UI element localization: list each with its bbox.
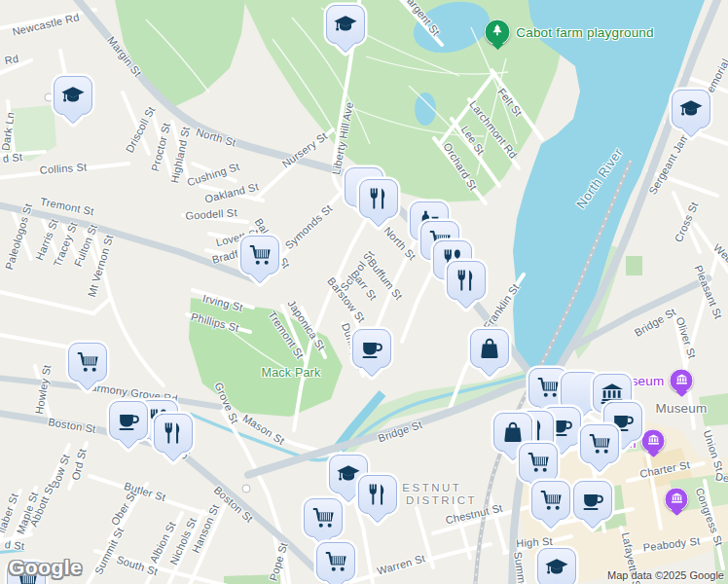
- marker-grocery[interactable]: [240, 236, 279, 274]
- shopping-cart-icon: [75, 349, 100, 375]
- marker-school[interactable]: [537, 548, 576, 584]
- shopping-bag-icon: [477, 336, 502, 361]
- map-attribution[interactable]: Map data ©2025 Google: [607, 569, 724, 581]
- street-label: d St: [4, 538, 25, 552]
- coffee-cup-icon: [116, 408, 141, 433]
- marker-grocery[interactable]: [580, 424, 619, 463]
- street-label: d St: [2, 151, 23, 164]
- poi-dot[interactable]: [45, 93, 54, 102]
- marker-restaurant[interactable]: [359, 179, 398, 218]
- google-logo[interactable]: Google: [9, 556, 82, 579]
- shopping-bag-icon: [500, 420, 526, 445]
- poi-museum[interactable]: [670, 369, 694, 393]
- fork-knife-icon: [365, 482, 390, 507]
- poi-label: Museum: [656, 401, 708, 416]
- shopping-cart-icon: [538, 488, 564, 513]
- marker-shopping-bag[interactable]: [470, 329, 509, 368]
- poi-museum[interactable]: [641, 429, 666, 454]
- poi-dot[interactable]: [242, 485, 251, 493]
- shopping-cart-icon: [247, 242, 273, 268]
- graduation-cap-icon: [333, 12, 358, 37]
- marker-school[interactable]: [54, 76, 92, 115]
- marker-grocery[interactable]: [68, 343, 107, 382]
- marker-school[interactable]: [326, 5, 365, 44]
- museum-icon: [646, 432, 660, 450]
- marker-restaurant[interactable]: [358, 475, 397, 514]
- museum-icon: [674, 372, 688, 389]
- fork-knife-icon: [366, 186, 391, 211]
- poi-label[interactable]: Cabot farm playground: [516, 25, 654, 40]
- graduation-cap-icon: [544, 555, 569, 580]
- marker-cafe[interactable]: [573, 481, 612, 520]
- shopping-cart-icon: [323, 549, 348, 574]
- marker-cafe[interactable]: [352, 329, 391, 368]
- marker-grocery[interactable]: [531, 481, 570, 520]
- marker-restaurant[interactable]: [154, 414, 193, 453]
- shopping-cart-icon: [526, 450, 551, 475]
- poi-label: Mack Park: [262, 366, 321, 380]
- marker-school[interactable]: [672, 90, 710, 128]
- fork-knife-icon: [161, 420, 186, 446]
- coffee-cup-icon: [359, 336, 384, 361]
- coffee-cup-icon: [580, 488, 605, 513]
- graduation-cap-icon: [678, 96, 704, 122]
- marker-grocery[interactable]: [316, 542, 355, 581]
- shopping-cart-icon: [587, 431, 612, 456]
- marker-restaurant[interactable]: [447, 261, 486, 300]
- marker-grocery[interactable]: [519, 443, 558, 482]
- tree-icon: [491, 23, 505, 42]
- marker-cafe[interactable]: [109, 401, 148, 440]
- shopping-cart-icon: [310, 505, 336, 530]
- marker-grocery[interactable]: [304, 498, 343, 537]
- street-label: Rd: [4, 53, 19, 66]
- poi-park[interactable]: [485, 19, 511, 46]
- graduation-cap-icon: [60, 83, 86, 108]
- museum-icon: [670, 491, 683, 508]
- fork-knife-icon: [454, 268, 479, 293]
- poi-museum[interactable]: [665, 488, 689, 512]
- map-canvas[interactable]: Newcastle RdRdMargin StNorth StDriscoll …: [0, 0, 728, 584]
- shopping-cart-icon: [535, 375, 561, 400]
